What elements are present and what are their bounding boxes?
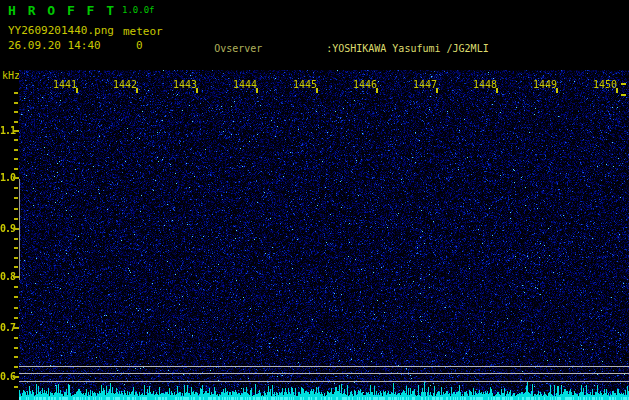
freq-minor-tick: [14, 158, 18, 160]
freq-minor-tick: [14, 92, 18, 94]
freq-minor-tick: [14, 386, 18, 388]
freq-minor-tick: [14, 347, 18, 349]
freq-minor-tick: [14, 307, 18, 309]
time-label: 1445: [283, 79, 327, 90]
freq-minor-tick: [14, 366, 18, 368]
app-version: 1.0.0f: [122, 5, 155, 15]
noise-spectrogram-canvas: [19, 70, 629, 400]
app-title: H R O F F T: [8, 3, 116, 18]
minute-tick: [436, 88, 438, 93]
minute-tick: [616, 88, 618, 93]
station-row-label: Ovserver: [214, 42, 326, 55]
freq-minor-tick: [14, 102, 18, 104]
freq-minor-tick: [14, 337, 18, 339]
edge-tick: [621, 94, 626, 96]
output-filename: YY2609201440.png: [8, 24, 114, 37]
freq-major-tick: [13, 130, 19, 132]
freq-minor-tick: [14, 286, 18, 288]
freq-minor-tick: [14, 168, 18, 170]
station-row: Ovserver:YOSHIKAWA Yasufumi /JG2MLI: [178, 29, 609, 68]
time-label: 1447: [403, 79, 447, 90]
minute-tick: [256, 88, 258, 93]
freq-minor-tick: [14, 247, 18, 249]
timestamp: 26.09.20 14:40: [8, 39, 101, 52]
echo-count: 0: [136, 39, 143, 52]
station-row-value: :YOSHIKAWA Yasufumi /JG2MLI: [326, 43, 489, 54]
freq-major-tick: [13, 327, 19, 329]
edge-tick: [621, 83, 626, 85]
frequency-axis-unit: kHz: [2, 70, 20, 81]
minute-tick: [376, 88, 378, 93]
freq-minor-tick: [14, 356, 18, 358]
freq-minor-tick: [14, 266, 18, 268]
freq-major-tick: [13, 177, 19, 179]
time-label: 1444: [223, 79, 267, 90]
time-label: 1449: [523, 79, 567, 90]
freq-minor-tick: [14, 149, 18, 151]
freq-major-tick: [13, 376, 19, 378]
hrofft-window: H R O F F T 1.0.0f YY2609201440.png mete…: [0, 0, 629, 400]
signal-level-strip: [19, 382, 629, 400]
freq-minor-tick: [14, 187, 18, 189]
freq-minor-tick: [14, 317, 18, 319]
freq-major-tick: [13, 276, 19, 278]
minute-tick: [496, 88, 498, 93]
minute-tick: [316, 88, 318, 93]
freq-minor-tick: [14, 218, 18, 220]
reference-line: [19, 366, 629, 367]
freq-minor-tick: [14, 197, 18, 199]
freq-minor-tick: [14, 296, 18, 298]
spectrogram-plot: 1441144214431444144514461447144814491450: [19, 70, 629, 400]
calibration-bar: [19, 179, 20, 280]
time-label: 1441: [43, 79, 87, 90]
minute-tick: [136, 88, 138, 93]
time-label: 1443: [163, 79, 207, 90]
time-label: 1446: [343, 79, 387, 90]
time-label: 1448: [463, 79, 507, 90]
minute-tick: [556, 88, 558, 93]
mode-label: meteor: [123, 25, 163, 38]
freq-minor-tick: [14, 121, 18, 123]
freq-minor-tick: [14, 257, 18, 259]
freq-minor-tick: [14, 111, 18, 113]
freq-minor-tick: [14, 139, 18, 141]
reference-line: [19, 373, 629, 374]
minute-tick: [76, 88, 78, 93]
time-label: 1442: [103, 79, 147, 90]
freq-minor-tick: [14, 238, 18, 240]
freq-major-tick: [13, 228, 19, 230]
minute-tick: [196, 88, 198, 93]
freq-minor-tick: [14, 208, 18, 210]
